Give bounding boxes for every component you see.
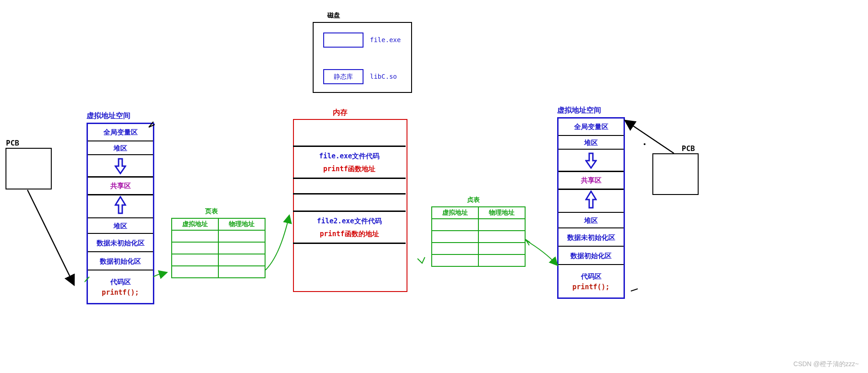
page-table-right: 虚拟地址物理地址 bbox=[431, 206, 526, 267]
pt-cell bbox=[172, 266, 218, 278]
vas-row-globals: 全局变量区 bbox=[88, 124, 153, 141]
pt-cell bbox=[218, 242, 265, 254]
pt-cell bbox=[218, 230, 265, 242]
pt-cell bbox=[478, 219, 525, 231]
vas-printf-call: printf(); bbox=[572, 283, 609, 291]
memory-divider bbox=[293, 243, 406, 244]
memory-file2-code: file2.exe文件代码 bbox=[293, 217, 406, 226]
vas-arrow-up-icon bbox=[88, 193, 153, 217]
watermark: CSDN @橙子清的zzz~ bbox=[793, 360, 859, 368]
memory-divider bbox=[293, 146, 406, 147]
pt-cell bbox=[478, 231, 525, 243]
pcb-right-label: PCB bbox=[682, 144, 695, 153]
vas-left-title: 虚拟地址空间 bbox=[87, 111, 130, 121]
svg-line-1 bbox=[625, 120, 674, 153]
svg-line-0 bbox=[27, 190, 74, 285]
page-table-right-title: 贞表 bbox=[467, 196, 480, 204]
pt-cell bbox=[172, 254, 218, 266]
vas-row-bss: 数据未初始化区 bbox=[88, 233, 153, 252]
vas-code-label: 代码区 bbox=[110, 278, 131, 287]
disk-lib-label: libC.so bbox=[370, 73, 397, 80]
vas-left-box: 全局变量区 堆区 共享区 堆区 数据未初始化区 数据初始化区 代码区 print… bbox=[87, 123, 154, 304]
memory-divider bbox=[293, 193, 406, 195]
pt-cell bbox=[478, 243, 525, 254]
memory-file2-printf: printf函数的地址 bbox=[293, 230, 406, 238]
pt-cell bbox=[432, 254, 478, 266]
pcb-right-box bbox=[652, 153, 699, 195]
disk-file-box bbox=[323, 32, 363, 48]
vas-right-title: 虚拟地址空间 bbox=[557, 106, 601, 115]
page-table-left-title: 页表 bbox=[205, 207, 218, 216]
page-table-left: 虚拟地址物理地址 bbox=[171, 218, 266, 278]
vas-row-code: 代码区 printf(); bbox=[88, 270, 153, 304]
vas-printf-call: printf(); bbox=[102, 288, 139, 297]
vas-right-box: 全局变量区 堆区 共享区 堆区 数据未初始化区 数据初始化区 代码区 print… bbox=[557, 117, 625, 299]
pt-cell bbox=[172, 230, 218, 242]
vas-row-heap-top: 堆区 bbox=[88, 141, 153, 155]
pt-cell bbox=[172, 242, 218, 254]
vas-row-heap-top: 堆区 bbox=[559, 135, 624, 150]
memory-file1-code: file.exe文件代码 bbox=[293, 152, 406, 161]
vas-code-label: 代码区 bbox=[581, 272, 602, 281]
vas-arrow-down-icon bbox=[559, 149, 624, 172]
pt-cell bbox=[432, 219, 478, 231]
pt-col-physical: 物理地址 bbox=[478, 207, 525, 219]
pt-cell bbox=[218, 254, 265, 266]
pt-cell bbox=[432, 243, 478, 254]
memory-box bbox=[293, 119, 407, 292]
pt-col-virtual: 虚拟地址 bbox=[432, 207, 478, 219]
disk-file-label: file.exe bbox=[370, 36, 401, 43]
memory-file1-printf: printf函数地址 bbox=[293, 165, 406, 173]
vas-row-code: 代码区 printf(); bbox=[559, 264, 624, 298]
pt-cell bbox=[478, 254, 525, 266]
memory-divider bbox=[293, 178, 406, 179]
vas-row-data: 数据初始化区 bbox=[88, 251, 153, 270]
vas-arrow-down-icon bbox=[88, 154, 153, 177]
memory-divider bbox=[293, 211, 406, 212]
pt-cell bbox=[218, 266, 265, 278]
disk-lib-box: 静态库 bbox=[323, 69, 363, 84]
vas-row-stack: 堆区 bbox=[559, 212, 624, 228]
memory-title: 内存 bbox=[333, 108, 347, 118]
vas-row-bss: 数据未初始化区 bbox=[559, 227, 624, 247]
pcb-left-box bbox=[5, 148, 52, 189]
vas-row-data: 数据初始化区 bbox=[559, 246, 624, 265]
vas-arrow-up-icon bbox=[559, 187, 624, 212]
vas-row-globals: 全局变量区 bbox=[559, 119, 624, 135]
pcb-left-label: PCB bbox=[6, 139, 19, 147]
pt-col-physical: 物理地址 bbox=[218, 218, 265, 230]
disk-title: 磁盘 bbox=[327, 11, 355, 20]
pt-cell bbox=[432, 231, 478, 243]
vas-row-stack: 堆区 bbox=[88, 217, 153, 234]
svg-point-2 bbox=[644, 143, 646, 145]
pt-col-virtual: 虚拟地址 bbox=[172, 218, 218, 230]
